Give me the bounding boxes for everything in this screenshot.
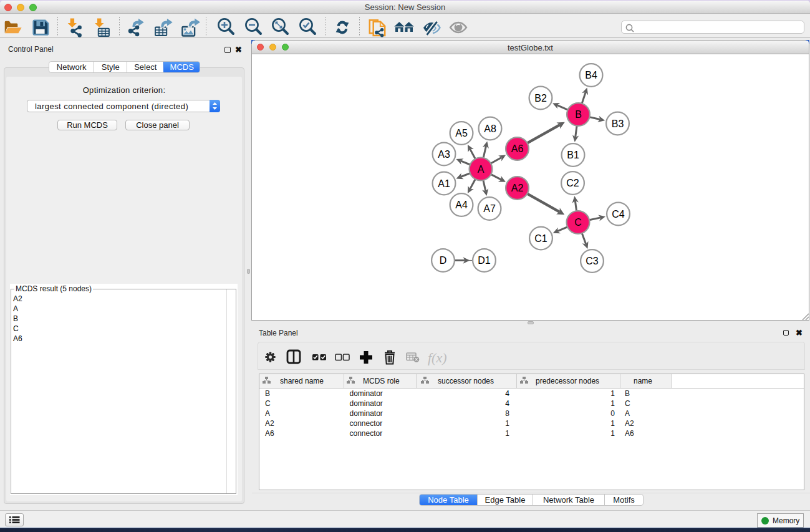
svg-text:A2: A2 xyxy=(511,183,524,193)
svg-text:name: name xyxy=(634,377,652,385)
svg-text:B: B xyxy=(625,389,630,398)
svg-text:A8: A8 xyxy=(484,123,496,134)
svg-text:A2: A2 xyxy=(265,419,274,428)
svg-text:1: 1 xyxy=(610,429,615,438)
svg-text:1: 1 xyxy=(610,389,615,398)
svg-text:dominator: dominator xyxy=(350,409,383,418)
svg-text:8: 8 xyxy=(505,409,509,418)
svg-text:D: D xyxy=(440,255,447,266)
svg-text:f(x): f(x) xyxy=(428,350,447,365)
svg-text:1: 1 xyxy=(505,419,509,428)
svg-text:shared name: shared name xyxy=(280,377,324,385)
svg-text:4: 4 xyxy=(505,399,509,408)
svg-text:1: 1 xyxy=(505,429,509,438)
svg-text:C4: C4 xyxy=(612,209,625,220)
svg-text:B: B xyxy=(575,109,582,120)
svg-text:connector: connector xyxy=(350,429,383,438)
svg-text:B2: B2 xyxy=(534,93,547,104)
svg-text:C: C xyxy=(574,217,582,228)
svg-text:A6: A6 xyxy=(265,429,274,438)
svg-text:B: B xyxy=(265,389,270,398)
svg-text:4: 4 xyxy=(505,389,509,398)
svg-text:A6: A6 xyxy=(511,143,524,154)
svg-text:A: A xyxy=(625,409,630,418)
svg-text:A4: A4 xyxy=(455,200,468,210)
svg-text:MCDS role: MCDS role xyxy=(363,377,400,385)
svg-text:0: 0 xyxy=(610,409,615,418)
svg-text:connector: connector xyxy=(350,419,383,428)
svg-text:B1: B1 xyxy=(567,150,579,160)
svg-text:A: A xyxy=(478,164,485,175)
svg-text:D1: D1 xyxy=(478,255,491,266)
svg-text:A7: A7 xyxy=(483,203,496,214)
svg-text:A3: A3 xyxy=(438,149,450,160)
svg-text:C2: C2 xyxy=(566,178,579,188)
svg-text:C: C xyxy=(625,399,630,408)
svg-text:predecessor nodes: predecessor nodes xyxy=(536,377,599,385)
svg-text:A2: A2 xyxy=(625,419,634,428)
svg-text:A: A xyxy=(265,409,270,418)
svg-text:A5: A5 xyxy=(455,128,468,138)
svg-text:A6: A6 xyxy=(625,429,634,438)
svg-text:dominator: dominator xyxy=(350,399,383,408)
svg-text:1: 1 xyxy=(610,419,615,428)
svg-text:dominator: dominator xyxy=(350,389,383,398)
svg-text:B3: B3 xyxy=(612,118,624,129)
svg-text:B4: B4 xyxy=(585,70,597,80)
svg-text:C1: C1 xyxy=(534,233,547,244)
svg-text:C3: C3 xyxy=(586,256,599,266)
svg-text:1: 1 xyxy=(610,399,615,408)
svg-text:A1: A1 xyxy=(438,178,450,189)
svg-text:C: C xyxy=(265,399,271,408)
svg-text:successor nodes: successor nodes xyxy=(438,377,494,385)
